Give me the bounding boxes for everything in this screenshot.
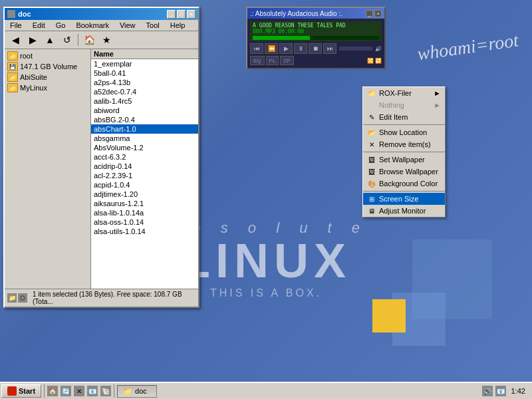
tree-item-volume[interactable]: 💾 147.1 GB Volume [6, 61, 89, 72]
tree-item-mylinux[interactable]: 📁 MyLinux [6, 82, 89, 93]
tree-label: 147.1 GB Volume [20, 63, 77, 70]
audio-player-controls: A GOOD REASON THESE TALES PAD 000.MP3 00… [247, 19, 384, 68]
volume-slider[interactable] [339, 47, 372, 51]
list-item[interactable]: 1_exemplar [91, 59, 198, 68]
cm-screensize-icon: ⊞ [367, 194, 376, 203]
minimize-button[interactable]: _ [167, 10, 176, 19]
list-item-selected[interactable]: absChart-1.0 [91, 124, 198, 134]
menu-go[interactable]: Go [53, 21, 68, 30]
close-button[interactable]: × [187, 10, 196, 19]
list-item[interactable]: absBG.2-0.4 [91, 115, 198, 124]
list-item[interactable]: adjtimex-1.20 [91, 190, 198, 199]
cm-screensize-label: Screen Size [379, 195, 418, 203]
cm-adjust-monitor[interactable]: 🖥 Adjust Monitor [363, 205, 445, 217]
audio-player-titlebar[interactable]: .: Absolutely Audacious Audio :. _ × [247, 8, 384, 19]
cm-set-wallpaper[interactable]: 🖼 Set Wallpaper [363, 154, 445, 166]
cm-edit-item[interactable]: ✎ Edit Item [363, 111, 445, 123]
play-button[interactable]: ▶ [279, 43, 293, 54]
up-button[interactable]: ▲ [42, 33, 58, 47]
menu-file[interactable]: File [7, 21, 25, 30]
pl-button[interactable]: PL [266, 56, 279, 65]
task-doc-label: doc [135, 387, 147, 395]
task-doc[interactable]: 📁 doc [117, 385, 157, 398]
stop-button[interactable]: ⏹ [309, 43, 322, 54]
list-item[interactable]: alsa-lib-1.0.14a [91, 208, 198, 217]
audio-player-title: .: Absolutely Audacious Audio :. [250, 10, 342, 17]
tray-audio-icon[interactable]: 🔊 [482, 386, 493, 396]
quicklaunch-icon-2[interactable]: 🔄 [61, 386, 71, 396]
list-item[interactable]: AbsVolume-1.2 [91, 143, 198, 152]
tree-panel[interactable]: 📁 root 💾 147.1 GB Volume 📁 AbiSuite 📁 My… [5, 49, 91, 289]
status-icon-2: ⬡ [18, 293, 27, 303]
cm-browse-wallpaper[interactable]: 🖼 Browse Wallpaper [363, 166, 445, 178]
cm-screen-size[interactable]: ⊞ Screen Size [363, 193, 445, 205]
quicklaunch-icon-5[interactable]: 🐚 [100, 386, 111, 396]
status-icons: 📁 ⬡ [7, 291, 27, 305]
list-item[interactable]: a52dec-0.7.4 [91, 87, 198, 96]
list-item[interactable]: aiksaurus-1.2.1 [91, 199, 198, 208]
cm-rox-filer[interactable]: 📁 ROX-Filer ► [363, 87, 445, 99]
list-item[interactable]: acl-2.2.39-1 [91, 171, 198, 180]
quicklaunch-icon-3[interactable]: ✕ [74, 386, 84, 396]
menu-bookmark[interactable]: Bookmark [73, 21, 112, 30]
eq-button[interactable]: EQ [250, 56, 265, 65]
list-item[interactable]: abiword [91, 106, 198, 115]
whoami-text: whoami=root [416, 29, 519, 65]
next-button[interactable]: ⏭ [323, 43, 336, 54]
forward-button[interactable]: ▶ [25, 33, 41, 47]
back-button[interactable]: ◀ [7, 33, 23, 47]
quicklaunch-icon-1[interactable]: 🏠 [47, 386, 58, 396]
cm-background-color[interactable]: 🎨 Background Color [363, 178, 445, 190]
taskbar-sep-1 [44, 384, 45, 398]
cm-nothing-label: Nothing [379, 101, 404, 109]
list-item[interactable]: absgamma [91, 134, 198, 143]
menu-bar: File Edit Go Bookmark View Tool Help [5, 20, 198, 31]
menu-view[interactable]: View [117, 21, 138, 30]
cm-show-location[interactable]: 📂 Show Location [363, 126, 445, 138]
cm-edit-icon: ✎ [367, 112, 376, 122]
zp-button[interactable]: ZP [280, 56, 293, 65]
folder-icon: 📁 [7, 51, 18, 61]
tree-item-abisuite[interactable]: 📁 AbiSuite [6, 72, 89, 82]
list-item[interactable]: aalib-1.4rc5 [91, 96, 198, 106]
start-button[interactable]: Start [1, 384, 41, 398]
menu-tool[interactable]: Tool [144, 21, 162, 30]
toolbar: ◀ ▶ ▲ ↺ 🏠 ★ [5, 31, 198, 49]
quicklaunch-icon-4[interactable]: 📧 [87, 386, 98, 396]
audio-display: A GOOD REASON THESE TALES PAD 000.MP3 00… [250, 21, 382, 41]
tray-email-icon[interactable]: 📧 [495, 386, 506, 396]
bookmark-button[interactable]: ★ [98, 33, 114, 47]
files-panel[interactable]: Name 1_exemplar 5ball-0.41 a2ps-4.13b a5… [91, 49, 198, 289]
file-manager-titlebar[interactable]: doc _ □ × [5, 8, 198, 20]
context-menu: 📁 ROX-Filer ► Nothing ► ✎ Edit Item 📂 Sh… [362, 86, 446, 217]
progress-fill [253, 36, 310, 40]
maximize-button[interactable]: □ [177, 10, 186, 19]
track-time: 000.MP3 00:00:00 [253, 29, 379, 35]
folder-icon-3: 📁 [7, 83, 18, 92]
cm-rox-label: ROX-Filer [379, 89, 412, 97]
list-item[interactable]: acct-6.3.2 [91, 152, 198, 162]
ap-minimize[interactable]: _ [366, 10, 373, 17]
reload-button[interactable]: ↺ [59, 33, 75, 47]
list-item[interactable]: acpid-1.0.4 [91, 180, 198, 190]
progress-bar[interactable] [253, 36, 379, 40]
menu-help[interactable]: Help [168, 21, 188, 30]
cm-monitor-label: Adjust Monitor [379, 207, 426, 215]
list-item[interactable]: alsa-utils-1.0.14 [91, 227, 198, 236]
clock: 1:42 [509, 387, 528, 395]
cm-separator-2 [363, 152, 445, 152]
cm-remove-items[interactable]: ✕ Remove item(s) [363, 138, 445, 150]
menu-edit[interactable]: Edit [30, 21, 48, 30]
list-item[interactable]: a2ps-4.13b [91, 78, 198, 87]
list-item[interactable]: alsa-oss-1.0.14 [91, 217, 198, 227]
list-item[interactable]: 5ball-0.41 [91, 68, 198, 78]
cm-wallpaper-label: Set Wallpaper [379, 156, 425, 164]
home-button[interactable]: 🏠 [81, 33, 97, 47]
tree-item-root[interactable]: 📁 root [6, 51, 89, 61]
ap-close[interactable]: × [374, 10, 382, 17]
pause-button[interactable]: ⏸ [294, 43, 307, 54]
rewind-button[interactable]: ⏪ [265, 43, 278, 54]
list-item[interactable]: acidrip-0.14 [91, 162, 198, 171]
status-icon-1: 📁 [7, 293, 17, 303]
prev-button[interactable]: ⏮ [250, 43, 263, 54]
